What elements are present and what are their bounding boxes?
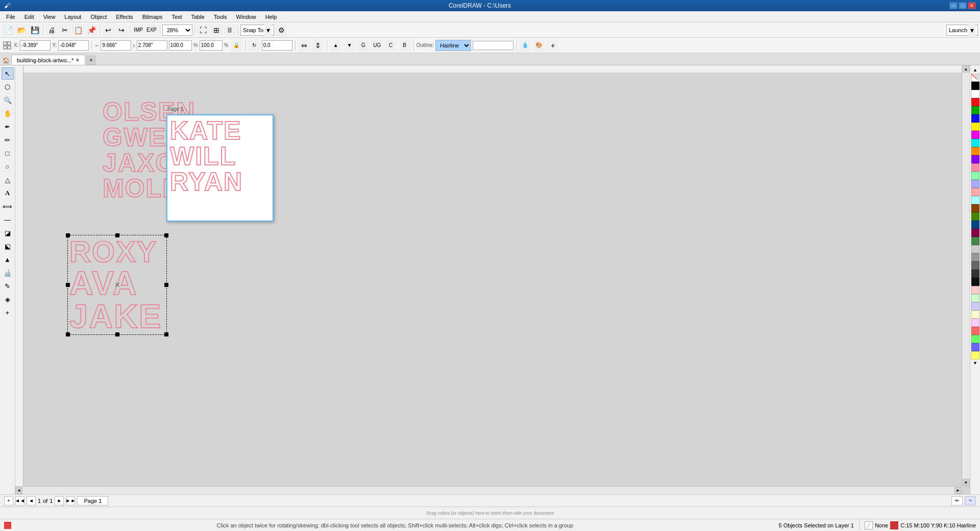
redo-btn[interactable]: ↪ bbox=[115, 24, 128, 36]
lock-ratio-btn[interactable]: 🔒 bbox=[230, 39, 242, 52]
color-cyan[interactable] bbox=[971, 139, 979, 147]
color-green[interactable] bbox=[971, 106, 979, 114]
page-next-btn[interactable]: ► bbox=[55, 496, 64, 505]
menu-effects[interactable]: Effects bbox=[112, 13, 137, 21]
group-btn[interactable]: G bbox=[357, 39, 370, 52]
menu-table[interactable]: Table bbox=[187, 13, 209, 21]
angle-input[interactable] bbox=[262, 40, 292, 51]
dimension-tool-btn[interactable]: ⟺ bbox=[2, 200, 14, 212]
tab-add-btn[interactable]: + bbox=[86, 56, 95, 65]
palette-down-arrow[interactable]: ▼ bbox=[971, 359, 980, 367]
node-edit-btn[interactable]: ✏ bbox=[951, 496, 963, 505]
color-darkgreen[interactable] bbox=[971, 212, 979, 221]
color-pink[interactable] bbox=[971, 163, 979, 172]
color-paleorchid[interactable] bbox=[971, 319, 979, 327]
print-btn[interactable]: 🖨 bbox=[45, 24, 58, 36]
outline-dropdown[interactable]: Hairline bbox=[435, 40, 471, 51]
height-pct[interactable] bbox=[200, 40, 223, 51]
shadow-tool-btn[interactable]: ◪ bbox=[2, 227, 14, 239]
full-screen-btn[interactable]: ⛶ bbox=[197, 24, 209, 36]
x-input[interactable] bbox=[20, 40, 51, 51]
color-lime[interactable] bbox=[971, 335, 979, 343]
select-tool-btn[interactable]: ↖ bbox=[2, 67, 14, 80]
options-btn[interactable]: ⚙ bbox=[275, 24, 287, 36]
menu-layout[interactable]: Layout bbox=[60, 13, 85, 21]
paste-btn[interactable]: 📌 bbox=[85, 24, 97, 36]
page-first-btn[interactable]: ◄◄ bbox=[15, 496, 24, 505]
color-magenta[interactable] bbox=[971, 131, 979, 139]
color-mgray[interactable] bbox=[971, 253, 979, 261]
smooth-btn[interactable]: ~ bbox=[965, 496, 976, 505]
new-btn[interactable]: 📄 bbox=[2, 24, 14, 36]
fill-pick-btn[interactable]: 🎨 bbox=[533, 39, 545, 52]
mirror-h-btn[interactable]: ⇔ bbox=[298, 39, 310, 52]
color-purple[interactable] bbox=[971, 155, 979, 163]
eyedropper-btn[interactable]: 🔬 bbox=[2, 267, 14, 279]
color-salmon[interactable] bbox=[971, 188, 979, 196]
home-icon[interactable]: 🏠 bbox=[2, 56, 10, 65]
open-btn[interactable]: 📂 bbox=[15, 24, 28, 36]
minimize-btn[interactable]: ─ bbox=[949, 2, 958, 9]
width-pct[interactable] bbox=[169, 40, 192, 51]
outline-color-box[interactable] bbox=[473, 41, 513, 50]
vscroll-down[interactable]: ▼ bbox=[963, 479, 970, 486]
height-input[interactable] bbox=[137, 40, 167, 51]
canvas-area[interactable]: OLSEN GWEN JAXON MOLLY ROXY AVA JAKE bbox=[15, 65, 970, 494]
menu-object[interactable]: Object bbox=[86, 13, 111, 21]
zoom-tool-btn[interactable]: 🔍 bbox=[2, 94, 14, 106]
menu-tools[interactable]: Tools bbox=[210, 13, 231, 21]
color-coral[interactable] bbox=[971, 327, 979, 335]
eyedrop-btn[interactable]: 💧 bbox=[519, 39, 531, 52]
ellipse-tool-btn[interactable]: ○ bbox=[2, 160, 14, 173]
artwork-group3[interactable]: KATE WILL RYAN bbox=[167, 115, 273, 197]
doc-tab[interactable]: building-block-artwo...* ✕ bbox=[11, 55, 85, 65]
connector-tool-btn[interactable]: — bbox=[2, 213, 14, 226]
page-canvas[interactable]: Page 1 KATE WILL RYAN bbox=[166, 114, 274, 222]
handle-br[interactable] bbox=[164, 332, 168, 336]
save-btn[interactable]: 💾 bbox=[29, 24, 41, 36]
freehand-tool-btn[interactable]: ✒ bbox=[2, 120, 14, 133]
transparent-swatch[interactable] bbox=[971, 74, 979, 82]
tab-close-btn[interactable]: ✕ bbox=[76, 58, 80, 63]
snap-arrow[interactable]: ▾ bbox=[264, 24, 272, 36]
artwork-group2[interactable]: ROXY AVA JAKE ✕ bbox=[69, 237, 162, 333]
menu-bitmaps[interactable]: Bitmaps bbox=[138, 13, 167, 21]
freehand-pick-btn[interactable]: ⬡ bbox=[2, 81, 14, 93]
ungroup-btn[interactable]: UG bbox=[371, 39, 383, 52]
color-red[interactable] bbox=[971, 98, 979, 106]
handle-tl[interactable] bbox=[66, 233, 70, 237]
maximize-btn[interactable]: □ bbox=[959, 2, 967, 9]
handle-tm[interactable] bbox=[115, 233, 119, 237]
import-btn[interactable]: IMP bbox=[132, 24, 144, 36]
canvas-content[interactable]: OLSEN GWEN JAXON MOLLY ROXY AVA JAKE bbox=[23, 74, 962, 486]
add-btn[interactable]: + bbox=[547, 39, 559, 52]
page-last-btn[interactable]: ►► bbox=[66, 496, 75, 505]
view-grid-btn[interactable]: ⊞ bbox=[210, 24, 223, 36]
polygon-tool-btn[interactable]: △ bbox=[2, 174, 14, 186]
menu-window[interactable]: Window bbox=[232, 13, 260, 21]
menu-edit[interactable]: Edit bbox=[20, 13, 38, 21]
handle-ml[interactable] bbox=[66, 283, 70, 287]
rect-tool-btn[interactable]: □ bbox=[2, 147, 14, 159]
color-vdgray[interactable] bbox=[971, 270, 979, 278]
color-white[interactable] bbox=[971, 90, 979, 98]
handle-bm[interactable] bbox=[115, 332, 119, 336]
undo-btn[interactable]: ↩ bbox=[102, 24, 114, 36]
hscroll-right[interactable]: ► bbox=[954, 487, 962, 494]
add-anchor-btn[interactable]: + bbox=[2, 306, 14, 319]
hscroll-left[interactable]: ◄ bbox=[15, 487, 22, 494]
launch-arrow[interactable]: ▾ bbox=[968, 24, 975, 36]
width-input[interactable] bbox=[101, 40, 131, 51]
copy-btn[interactable]: 📋 bbox=[72, 24, 84, 36]
color-lightgreen[interactable] bbox=[971, 172, 979, 180]
color-lightblue[interactable] bbox=[971, 180, 979, 188]
color-black[interactable] bbox=[971, 82, 979, 90]
page-tab-1[interactable]: Page 1 bbox=[77, 496, 108, 505]
page-add-btn[interactable]: + bbox=[4, 496, 13, 505]
menu-help[interactable]: Help bbox=[261, 13, 281, 21]
y-input[interactable] bbox=[58, 40, 89, 51]
color-palemint[interactable] bbox=[971, 294, 979, 302]
combine-btn[interactable]: C bbox=[385, 39, 397, 52]
color-periwinkle[interactable] bbox=[971, 343, 979, 351]
page-prev-btn[interactable]: ◄ bbox=[27, 496, 36, 505]
